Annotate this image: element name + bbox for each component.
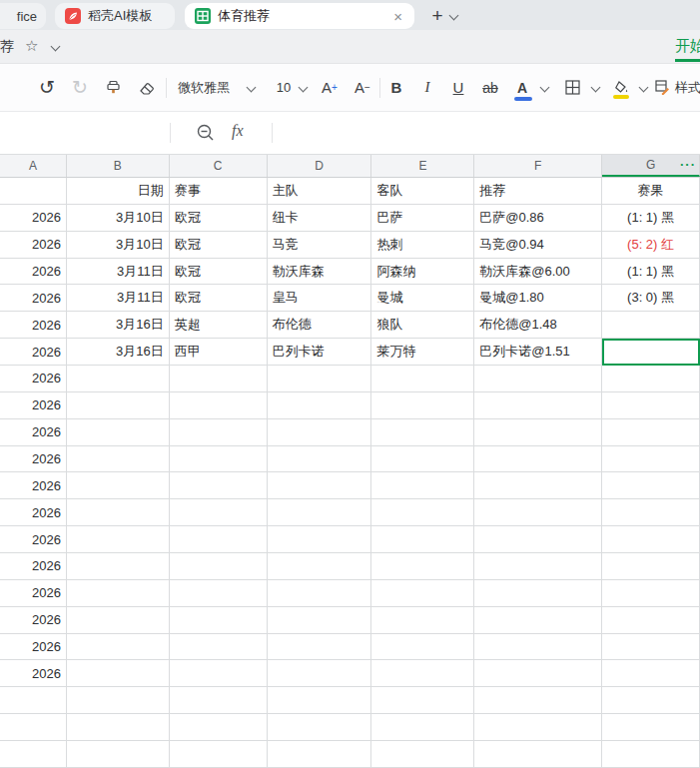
borders-chevron-icon[interactable]: [591, 83, 601, 93]
italic-button[interactable]: I: [418, 64, 436, 111]
cell-C1[interactable]: 赛事: [170, 178, 268, 205]
cell-A16[interactable]: 2026: [0, 580, 67, 607]
cell-C6[interactable]: 英超: [170, 312, 268, 339]
font-color-chevron-icon[interactable]: [540, 83, 550, 93]
cell-C3[interactable]: 欧冠: [170, 232, 268, 259]
cell-F18[interactable]: [474, 634, 602, 661]
cell-B7[interactable]: 3月16日: [67, 339, 170, 366]
cell-G18[interactable]: [602, 634, 700, 661]
cell-A11[interactable]: 2026: [0, 446, 67, 473]
new-tab-button[interactable]: +: [425, 3, 449, 29]
cell-G8[interactable]: [602, 366, 700, 392]
cell-G10[interactable]: [602, 419, 700, 446]
cell-A9[interactable]: 2026: [0, 392, 67, 419]
cell-D18[interactable]: [268, 634, 372, 661]
cell-A22[interactable]: [0, 741, 67, 768]
tab-office-partial[interactable]: fice: [0, 3, 46, 29]
cell-D20[interactable]: [268, 687, 372, 714]
cell-G6[interactable]: [602, 312, 700, 339]
cell-E3[interactable]: 热刺: [371, 232, 474, 259]
bold-button[interactable]: B: [387, 64, 405, 111]
cell-C12[interactable]: [170, 472, 268, 499]
cell-E4[interactable]: 阿森纳: [371, 259, 474, 286]
tab-docer-ai-templates[interactable]: 稻壳AI模板: [55, 3, 175, 29]
cell-F16[interactable]: [474, 580, 602, 607]
cell-C22[interactable]: [170, 741, 268, 768]
cell-B3[interactable]: 3月10日: [67, 232, 170, 259]
cell-G5[interactable]: (3: 0) 黑: [602, 285, 700, 312]
cell-C10[interactable]: [170, 419, 268, 446]
undo-button[interactable]: ↺: [36, 64, 58, 111]
cell-B17[interactable]: [67, 607, 170, 634]
cell-E12[interactable]: [371, 472, 474, 499]
cell-A3[interactable]: 2026: [0, 232, 67, 259]
cell-E22[interactable]: [371, 741, 474, 768]
cell-G22[interactable]: [602, 741, 700, 768]
cell-E21[interactable]: [371, 714, 474, 741]
column-header-B[interactable]: B: [67, 155, 170, 177]
cell-A18[interactable]: 2026: [0, 634, 67, 661]
column-header-A[interactable]: A: [0, 155, 67, 177]
tab-list-chevron-icon[interactable]: [449, 11, 459, 21]
cell-B21[interactable]: [67, 714, 170, 741]
cell-B9[interactable]: [67, 392, 170, 419]
cell-F17[interactable]: [474, 607, 602, 634]
cell-G13[interactable]: [602, 499, 700, 526]
cell-B20[interactable]: [67, 687, 170, 714]
cell-A14[interactable]: 2026: [0, 526, 67, 553]
cell-B5[interactable]: 3月11日: [67, 285, 170, 312]
favorite-star-icon[interactable]: ☆: [25, 37, 38, 55]
cell-D10[interactable]: [268, 419, 372, 446]
cell-F7[interactable]: 巴列卡诺@1.51: [474, 339, 602, 366]
cell-B15[interactable]: [67, 553, 170, 580]
cell-F22[interactable]: [474, 741, 602, 768]
cell-B16[interactable]: [67, 580, 170, 607]
title-chevron-icon[interactable]: [51, 42, 61, 52]
cell-G7[interactable]: [602, 339, 700, 366]
cell-C20[interactable]: [170, 687, 268, 714]
cell-C16[interactable]: [170, 580, 268, 607]
cell-C5[interactable]: 欧冠: [170, 285, 268, 312]
zoom-out-icon[interactable]: [196, 123, 216, 147]
name-box[interactable]: [0, 112, 170, 154]
cell-G1[interactable]: 赛果: [602, 178, 700, 205]
cell-E2[interactable]: 巴萨: [371, 205, 474, 232]
redo-button[interactable]: ↻: [69, 64, 91, 111]
cell-E8[interactable]: [371, 366, 474, 392]
cell-E1[interactable]: 客队: [371, 178, 474, 205]
cell-A17[interactable]: 2026: [0, 607, 67, 634]
cell-D22[interactable]: [268, 741, 372, 768]
cell-D17[interactable]: [268, 607, 372, 634]
cell-F12[interactable]: [474, 472, 602, 499]
cell-D7[interactable]: 巴列卡诺: [268, 339, 372, 366]
formula-input[interactable]: [274, 112, 700, 154]
cell-A15[interactable]: 2026: [0, 553, 67, 580]
cell-B11[interactable]: [67, 446, 170, 473]
cell-F20[interactable]: [474, 687, 602, 714]
fill-color-chevron-icon[interactable]: [639, 83, 649, 93]
cell-G20[interactable]: [602, 687, 700, 714]
cell-C9[interactable]: [170, 392, 268, 419]
cell-A12[interactable]: 2026: [0, 472, 67, 499]
cell-G2[interactable]: (1: 1) 黑: [602, 205, 700, 232]
cell-F10[interactable]: [474, 419, 602, 446]
cell-G17[interactable]: [602, 607, 700, 634]
cell-F4[interactable]: 勒沃库森@6.00: [474, 259, 602, 286]
cell-C14[interactable]: [170, 526, 268, 553]
cell-A20[interactable]: [0, 687, 67, 714]
more-columns-indicator[interactable]: ···: [680, 157, 696, 172]
cell-D16[interactable]: [268, 580, 372, 607]
cell-D5[interactable]: 皇马: [268, 285, 372, 312]
cell-A6[interactable]: 2026: [0, 312, 67, 339]
cell-C11[interactable]: [170, 446, 268, 473]
cell-F9[interactable]: [474, 392, 602, 419]
column-header-E[interactable]: E: [371, 155, 474, 177]
font-size-select[interactable]: 10: [274, 64, 294, 111]
cell-D4[interactable]: 勒沃库森: [268, 259, 372, 286]
font-name-select[interactable]: 微软雅黑: [178, 64, 240, 111]
cell-C4[interactable]: 欧冠: [170, 259, 268, 286]
cell-B1[interactable]: 日期: [67, 178, 170, 205]
cell-B14[interactable]: [67, 526, 170, 553]
column-header-F[interactable]: F: [474, 155, 602, 177]
insert-function-button[interactable]: fx: [232, 122, 244, 140]
